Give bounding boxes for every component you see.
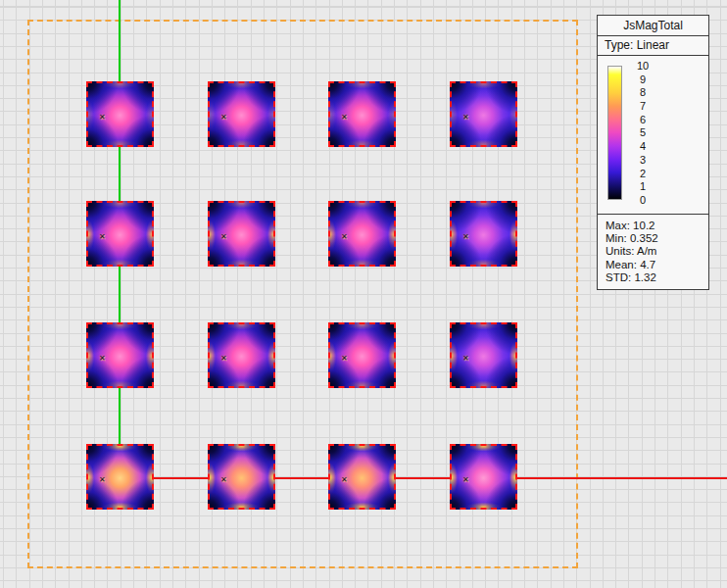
patch-cell[interactable] <box>86 201 154 267</box>
colorbar-tick-label: 0 <box>631 194 654 206</box>
legend-scale-type: Type: Linear <box>598 36 708 56</box>
colorbar-tick-label: 5 <box>631 126 654 138</box>
feed-point-marker-icon <box>341 114 348 122</box>
colorbar-tick-label: 9 <box>631 74 654 85</box>
feed-point-marker-icon <box>99 355 106 363</box>
patch-cell[interactable] <box>328 322 396 388</box>
patch-cell[interactable] <box>208 81 275 147</box>
patch-cell[interactable] <box>86 81 154 147</box>
feed-point-marker-icon <box>220 114 227 122</box>
colorbar-tick-label: 1 <box>631 180 654 192</box>
patch-cell[interactable] <box>86 322 154 388</box>
patch-cell[interactable] <box>208 201 275 267</box>
stat-line: Mean: 4.7 <box>606 259 708 271</box>
colorbar-tick-label: 8 <box>631 86 654 98</box>
stat-line: Units: A/m <box>606 245 708 258</box>
feed-point-marker-icon <box>462 476 469 484</box>
patch-cell[interactable] <box>450 322 517 388</box>
patch-cell[interactable] <box>450 444 517 510</box>
stat-line: Min: 0.352 <box>606 232 708 245</box>
patch-cell[interactable] <box>208 322 275 388</box>
colorbar-tick-label: 7 <box>631 100 654 112</box>
stat-line: STD: 1.32 <box>606 271 708 284</box>
feed-point-marker-icon <box>99 114 106 122</box>
colorbar-ticks: 109876543210 <box>631 60 654 206</box>
colorbar-tick-label: 2 <box>631 168 654 179</box>
feed-point-marker-icon <box>220 233 227 241</box>
patch-cell[interactable] <box>328 444 396 510</box>
colorbar-tick-label: 4 <box>631 140 654 152</box>
viewport-canvas[interactable]: JsMagTotal Type: Linear 109876543210 Max… <box>0 0 727 588</box>
feed-point-marker-icon <box>462 355 469 363</box>
feed-point-marker-icon <box>220 355 227 363</box>
patch-cell[interactable] <box>208 444 275 510</box>
legend-panel: JsMagTotal Type: Linear 109876543210 Max… <box>597 15 709 290</box>
patch-cell[interactable] <box>450 81 517 147</box>
colorbar-tick-label: 6 <box>631 114 654 125</box>
feed-point-marker-icon <box>462 114 469 122</box>
feed-point-marker-icon <box>341 476 348 484</box>
stat-line: Max: 10.2 <box>606 220 708 232</box>
colorbar-tick-label: 10 <box>631 60 654 72</box>
feed-point-marker-icon <box>462 233 469 241</box>
legend-title: JsMagTotal <box>598 16 708 36</box>
feed-point-marker-icon <box>341 355 348 363</box>
feed-point-marker-icon <box>99 233 106 241</box>
patch-cell[interactable] <box>328 201 396 267</box>
feed-point-marker-icon <box>220 476 227 484</box>
feed-point-marker-icon <box>99 476 106 484</box>
feed-point-marker-icon <box>341 233 348 241</box>
colorbar-tick-label: 3 <box>631 154 654 166</box>
legend-scale-section: 109876543210 <box>598 56 708 215</box>
colorbar <box>607 66 622 200</box>
patch-cell[interactable] <box>86 444 154 510</box>
legend-stats: Max: 10.2Min: 0.352Units: A/mMean: 4.7ST… <box>598 215 708 289</box>
patch-cell[interactable] <box>450 201 517 267</box>
patch-cell[interactable] <box>328 81 396 147</box>
